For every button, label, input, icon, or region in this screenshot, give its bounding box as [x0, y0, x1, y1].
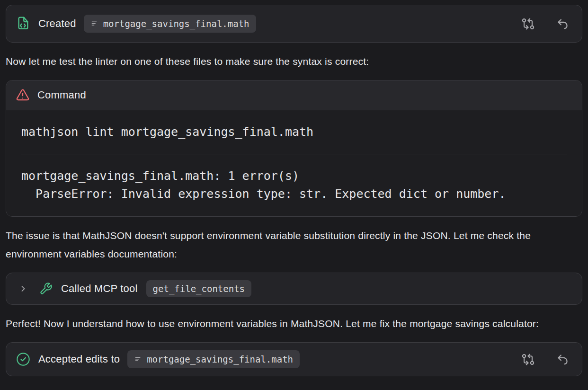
command-card-header[interactable]: Command — [6, 80, 582, 110]
check-circle-icon — [16, 352, 31, 367]
command-card-body: mathjson lint mortgage_savings_final.mat… — [6, 110, 582, 216]
created-file-chip[interactable]: mortgage_savings_final.math — [84, 15, 256, 33]
mcp-card-title: Called MCP tool — [61, 283, 138, 295]
command-output-divider — [21, 154, 567, 154]
view-diff-button[interactable] — [521, 17, 535, 31]
file-lines-icon — [134, 355, 142, 363]
created-file-card[interactable]: Created mortgage_savings_final.math — [6, 5, 582, 43]
accepted-file-chip-label: mortgage_savings_final.math — [147, 354, 293, 364]
created-file-chip-label: mortgage_savings_final.math — [103, 18, 249, 29]
undo-button[interactable] — [556, 17, 570, 31]
view-diff-button[interactable] — [521, 353, 535, 366]
mcp-tool-chip-label: get_file_contents — [153, 284, 245, 294]
undo-button[interactable] — [556, 353, 570, 366]
wrench-icon — [39, 282, 53, 295]
accepted-edits-card[interactable]: Accepted edits to mortgage_savings_final… — [6, 342, 582, 376]
chevron-right-icon[interactable] — [18, 284, 28, 293]
command-card-title: Command — [37, 89, 86, 101]
mcp-tool-chip[interactable]: get_file_contents — [146, 280, 251, 297]
accepted-file-chip[interactable]: mortgage_savings_final.math — [127, 350, 300, 368]
command-output-text: mortgage_savings_final.math: 1 error(s) … — [21, 167, 567, 203]
assistant-text-1: Now let me test the linter on one of the… — [6, 52, 582, 71]
command-card: Command mathjson lint mortgage_savings_f… — [6, 80, 582, 217]
warning-triangle-icon — [16, 88, 30, 102]
created-card-title: Created — [38, 18, 76, 30]
mcp-tool-card[interactable]: Called MCP tool get_file_contents — [6, 273, 582, 305]
command-input-text: mathjson lint mortgage_savings_final.mat… — [21, 123, 567, 141]
assistant-text-3: Perfect! Now I understand how to use env… — [6, 314, 582, 333]
file-code-icon — [16, 16, 31, 31]
accepted-card-title: Accepted edits to — [38, 353, 120, 365]
assistant-text-2: The issue is that MathJSON doesn't suppo… — [6, 226, 582, 263]
file-lines-icon — [90, 20, 98, 28]
